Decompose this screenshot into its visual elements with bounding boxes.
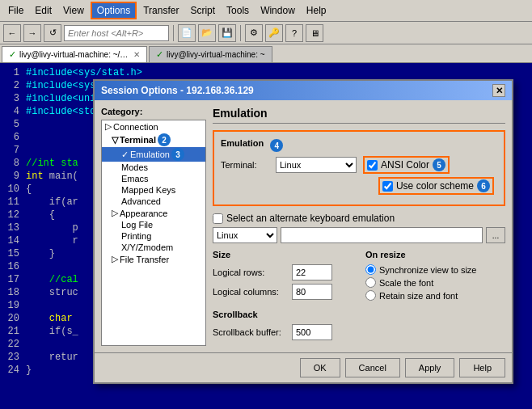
dialog-close-button[interactable]: ✕	[492, 84, 505, 97]
expand-icon: ▷	[112, 208, 118, 218]
tab-label-1: livy@livy-virtual-machine: ~	[167, 50, 265, 59]
keyboard-inputs-row: Linux ...	[213, 227, 505, 243]
menu-file[interactable]: File	[3, 3, 28, 18]
radio-retain-size-label: Retain size and font	[379, 291, 458, 301]
color-scheme-row: Use color scheme 6	[221, 177, 497, 195]
tab-close-0[interactable]: ✕	[133, 50, 140, 59]
menu-transfer[interactable]: Transfer	[138, 3, 184, 18]
session-options-dialog: Session Options - 192.168.36.129 ✕ Categ…	[93, 79, 513, 384]
tree-item-printing[interactable]: Printing	[102, 230, 205, 242]
radio-sync-view-input[interactable]	[365, 264, 376, 275]
save-button[interactable]: 💾	[218, 24, 236, 42]
tree-item-mapped-keys[interactable]: Mapped Keys	[102, 184, 205, 196]
badge-3: 3	[171, 148, 184, 161]
keyboard-label: Select an alternate keyboard emulation	[226, 213, 395, 224]
tabbar: ✓ livy@livy-virtual-machine: ~/programmi…	[0, 44, 532, 63]
refresh-button[interactable]: ↺	[44, 24, 61, 42]
scrollback-section: Scrollback Scrollback buffer:	[213, 310, 505, 340]
tab-1[interactable]: ✓ livy@livy-virtual-machine: ~	[149, 46, 272, 62]
tab-label-0: livy@livy-virtual-machine: ~/programming…	[19, 50, 130, 59]
tree-item-xyzmodem[interactable]: X/Y/Zmodem	[102, 242, 205, 253]
checkmark-icon: ✓	[121, 150, 129, 160]
menu-help[interactable]: Help	[302, 3, 331, 18]
keyboard-text-input[interactable]	[281, 227, 483, 243]
tree-item-modes[interactable]: Modes	[102, 162, 205, 173]
emulation-title-row: Emulation 4	[221, 138, 497, 153]
tree-item-emacs[interactable]: Emacs	[102, 173, 205, 184]
badge-6: 6	[477, 179, 490, 192]
forward-button[interactable]: →	[23, 24, 41, 42]
scrollback-buffer-input[interactable]	[292, 324, 332, 340]
help-button[interactable]: Help	[459, 358, 505, 377]
key-button[interactable]: 🔑	[265, 24, 283, 42]
radio-sync-view-label: Synchronize view to size	[379, 265, 476, 275]
use-color-scheme-checkbox[interactable]	[382, 181, 393, 192]
help-button[interactable]: ?	[285, 24, 303, 42]
menu-options[interactable]: Options	[91, 2, 137, 19]
expand-icon: ▽	[112, 135, 118, 145]
tree-item-advanced[interactable]: Advanced	[102, 196, 205, 207]
scrollback-title: Scrollback	[213, 310, 505, 319]
logical-columns-row: Logical columns:	[213, 284, 353, 300]
settings-button[interactable]: ⚙	[245, 24, 263, 42]
radio-retain-size[interactable]: Retain size and font	[365, 290, 505, 301]
badge-2: 2	[158, 133, 171, 146]
menu-script[interactable]: Script	[185, 3, 220, 18]
expand-icon: ▷	[105, 121, 112, 132]
radio-retain-size-input[interactable]	[365, 290, 376, 301]
menu-window[interactable]: Window	[255, 3, 300, 18]
logical-rows-input[interactable]	[292, 264, 332, 280]
radio-scale-font[interactable]: Scale the font	[365, 277, 505, 288]
ok-button[interactable]: OK	[300, 358, 340, 377]
toolbar-divider	[173, 25, 174, 41]
keyboard-select[interactable]: Linux	[213, 227, 277, 243]
expand-icon: ▷	[112, 254, 118, 264]
radio-sync-view[interactable]: Synchronize view to size	[365, 264, 505, 275]
radio-scale-font-label: Scale the font	[379, 278, 433, 288]
terminal-row: Terminal: Linux VT100 VT102 ANSI Color 5	[221, 156, 497, 174]
scrollback-buffer-label: Scrollback buffer:	[213, 327, 285, 337]
dialog-overlay: Session Options - 192.168.36.129 ✕ Categ…	[0, 63, 532, 409]
terminal-select[interactable]: Linux VT100 VT102	[276, 157, 357, 173]
keyboard-emulation-checkbox[interactable]	[213, 213, 223, 224]
ansi-color-checkbox[interactable]	[367, 160, 378, 171]
monitor-button[interactable]: 🖥	[306, 24, 323, 42]
size-title: Size	[213, 250, 353, 259]
radio-scale-font-input[interactable]	[365, 277, 376, 288]
menu-view[interactable]: View	[58, 3, 89, 18]
category-label: Category:	[101, 107, 206, 116]
host-input[interactable]	[64, 25, 169, 41]
tree-item-emulation[interactable]: ✓ Emulation 3	[102, 147, 205, 162]
menu-edit[interactable]: Edit	[30, 3, 57, 18]
size-resize-section: Size Logical rows: Logical columns:	[213, 250, 505, 303]
logical-rows-label: Logical rows:	[213, 268, 285, 277]
logical-columns-input[interactable]	[292, 284, 332, 300]
cancel-button[interactable]: Cancel	[345, 358, 400, 377]
new-session-button[interactable]: 📄	[178, 24, 196, 42]
resize-radio-group: Synchronize view to size Scale the font …	[365, 264, 505, 301]
tree-item-log-file[interactable]: Log File	[102, 219, 205, 230]
apply-button[interactable]: Apply	[405, 358, 455, 377]
tree-item-file-transfer[interactable]: ▷ File Transfer	[102, 253, 205, 265]
toolbar: ← → ↺ 📄 📂 💾 ⚙ 🔑 ? 🖥	[0, 22, 532, 44]
emulation-box-title: Emulation	[221, 138, 264, 148]
size-col: Size Logical rows: Logical columns:	[213, 250, 353, 303]
on-resize-col: On resize Synchronize view to size Scale…	[365, 250, 505, 303]
keyboard-browse-button[interactable]: ...	[486, 227, 505, 243]
tree-item-connection[interactable]: ▷ Connection	[102, 120, 205, 133]
tree-item-appearance[interactable]: ▷ Appearance	[102, 207, 205, 219]
back-button[interactable]: ←	[3, 24, 21, 42]
tab-checkmark-1: ✓	[156, 49, 163, 60]
tree-item-terminal[interactable]: ▽ Terminal 2	[102, 133, 205, 147]
menu-tools[interactable]: Tools	[222, 3, 254, 18]
open-button[interactable]: 📂	[198, 24, 216, 42]
right-panel: Emulation Emulation 4 Terminal: Linux VT…	[213, 107, 505, 346]
dialog-title: Session Options - 192.168.36.129	[101, 85, 254, 96]
tab-0[interactable]: ✓ livy@livy-virtual-machine: ~/programmi…	[2, 46, 147, 62]
ansi-color-label: ANSI Color	[381, 159, 429, 171]
use-color-scheme-label: Use color scheme	[396, 180, 474, 192]
logical-columns-label: Logical columns:	[213, 287, 285, 297]
keyboard-row: Select an alternate keyboard emulation	[213, 213, 505, 224]
use-color-scheme-container: Use color scheme 6	[378, 177, 494, 195]
on-resize-title: On resize	[365, 250, 505, 259]
